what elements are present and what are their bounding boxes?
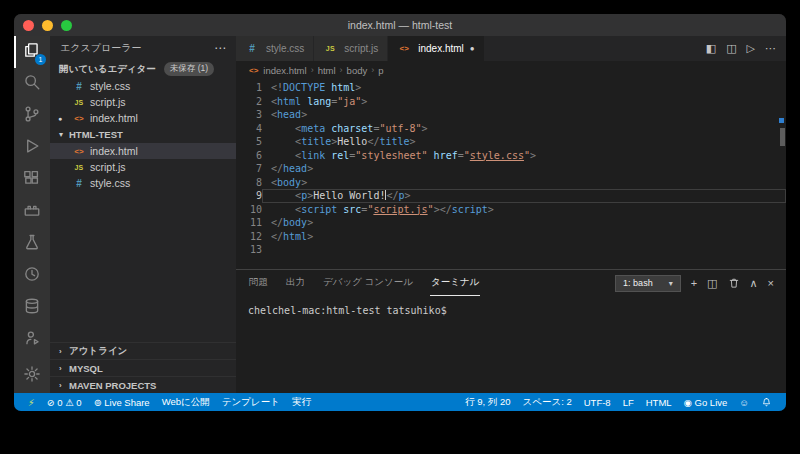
- more-actions-icon[interactable]: ⋯: [765, 42, 776, 55]
- status-eol[interactable]: LF: [617, 393, 640, 411]
- activity-badge: 1: [35, 54, 46, 65]
- activity-explorer-button[interactable]: 1: [14, 36, 50, 68]
- more-actions-icon[interactable]: ⋯: [214, 41, 226, 55]
- status-text: UTF-8: [584, 397, 611, 408]
- code-line-8[interactable]: 8<body>: [236, 176, 786, 190]
- split-terminal-icon[interactable]: ◫: [707, 277, 717, 290]
- line-content: <script src="script.js"></script>: [262, 203, 786, 217]
- activity-search-button[interactable]: [14, 68, 50, 100]
- zoom-window-button[interactable]: [61, 20, 72, 31]
- open-editors-header[interactable]: 開いているエディター 未保存 (1): [50, 60, 236, 78]
- code-line-2[interactable]: 2<html lang="ja">: [236, 95, 786, 109]
- status-indentation[interactable]: スペース: 2: [517, 393, 578, 411]
- line-number[interactable]: 4: [236, 122, 262, 136]
- open-editor-index.html[interactable]: ●<>index.html: [50, 110, 236, 126]
- code-line-13[interactable]: 13: [236, 243, 786, 257]
- activity-timeline-button[interactable]: [14, 260, 50, 292]
- status-feedback[interactable]: ☺: [733, 393, 755, 411]
- status-publish-web[interactable]: Webに公開: [156, 393, 216, 411]
- sidebar-empty-space: [50, 191, 236, 342]
- activity-run-debug-button[interactable]: [14, 132, 50, 164]
- line-number[interactable]: 2: [236, 95, 262, 109]
- code-line-9[interactable]: 9 <p>Hello World!</p>: [236, 189, 786, 203]
- run-file-icon[interactable]: ▷: [747, 42, 755, 55]
- code-line-10[interactable]: 10 <script src="script.js"></script>: [236, 203, 786, 217]
- tab-style.css[interactable]: #style.css: [236, 36, 314, 61]
- code-line-6[interactable]: 6 <link rel="stylesheet" href="style.css…: [236, 149, 786, 163]
- file-tree: <>index.htmlJSscript.js#style.css: [50, 143, 236, 191]
- activity-source-control-button[interactable]: [14, 100, 50, 132]
- titlebar[interactable]: index.html — html-test: [14, 14, 786, 36]
- tab-index.html[interactable]: <>index.html●: [388, 36, 484, 61]
- panel-tab-ターミナル[interactable]: ターミナル: [430, 270, 480, 296]
- status-encoding[interactable]: UTF-8: [578, 393, 617, 411]
- line-number[interactable]: 11: [236, 216, 262, 230]
- status-language-mode[interactable]: HTML: [640, 393, 678, 411]
- status-problems[interactable]: ⊘ 0 ⚠ 0: [41, 393, 88, 411]
- panel-tab-問題[interactable]: 問題: [248, 270, 269, 296]
- status-runner[interactable]: ⚡: [22, 393, 41, 411]
- line-number[interactable]: 8: [236, 176, 262, 190]
- debug-icon: [23, 137, 41, 159]
- status-go-live[interactable]: ◉ Go Live: [678, 393, 734, 411]
- panel-tab-出力[interactable]: 出力: [285, 270, 306, 296]
- code-line-12[interactable]: 12</html>: [236, 230, 786, 244]
- new-terminal-icon[interactable]: +: [691, 277, 697, 289]
- tree-item-script.js[interactable]: JSscript.js: [50, 159, 236, 175]
- minimize-window-button[interactable]: [42, 20, 53, 31]
- status-cursor-position[interactable]: 行 9, 列 20: [459, 393, 516, 411]
- line-number[interactable]: 5: [236, 135, 262, 149]
- status-notifications[interactable]: [755, 393, 778, 411]
- line-number[interactable]: 1: [236, 81, 262, 95]
- line-number[interactable]: 6: [236, 149, 262, 163]
- close-window-button[interactable]: [23, 20, 34, 31]
- tree-item-index.html[interactable]: <>index.html: [50, 143, 236, 159]
- panel-tab-デバッグ コンソール[interactable]: デバッグ コンソール: [322, 270, 414, 296]
- css-file-icon: #: [245, 43, 259, 54]
- activity-docker-button[interactable]: [14, 196, 50, 228]
- activity-settings-button[interactable]: [14, 359, 50, 393]
- close-panel-icon[interactable]: ×: [768, 277, 774, 289]
- open-preview-icon[interactable]: ◧: [706, 42, 716, 55]
- code-line-3[interactable]: 3<head>: [236, 108, 786, 122]
- activity-tests-button[interactable]: [14, 228, 50, 260]
- code-token: meta: [301, 123, 325, 134]
- breadcrumb-item[interactable]: index.html: [263, 65, 306, 76]
- bell-icon: [761, 397, 772, 408]
- activity-live-share-button[interactable]: [14, 324, 50, 356]
- terminal-output[interactable]: chelchel-mac:html-test tatsuhiko$: [236, 296, 786, 393]
- maximize-panel-icon[interactable]: ∧: [750, 277, 758, 290]
- section-MAVEN PROJECTS[interactable]: ›MAVEN PROJECTS: [50, 376, 236, 393]
- editor-scrollbar-thumb[interactable]: [780, 128, 785, 146]
- code-line-11[interactable]: 11</body>: [236, 216, 786, 230]
- line-number[interactable]: 10: [236, 203, 262, 217]
- workspace-section-header[interactable]: ▾ HTML-TEST: [50, 126, 236, 143]
- line-number[interactable]: 7: [236, 162, 262, 176]
- section-アウトライン[interactable]: ›アウトライン: [50, 342, 236, 359]
- code-editor[interactable]: 1<!DOCTYPE html>2<html lang="ja">3<head>…: [236, 79, 786, 269]
- line-number[interactable]: 13: [236, 243, 262, 257]
- tab-script.js[interactable]: JSscript.js: [314, 36, 388, 61]
- open-editor-script.js[interactable]: JSscript.js: [50, 94, 236, 110]
- tree-item-style.css[interactable]: #style.css: [50, 175, 236, 191]
- activity-extensions-button[interactable]: [14, 164, 50, 196]
- code-line-7[interactable]: 7</head>: [236, 162, 786, 176]
- terminal-shell-select[interactable]: 1: bash ▾: [615, 275, 681, 292]
- kill-terminal-icon[interactable]: [728, 277, 740, 289]
- status-template[interactable]: テンプレート: [216, 393, 286, 411]
- code-line-4[interactable]: 4 <meta charset="utf-8">: [236, 122, 786, 136]
- breadcrumb-item[interactable]: body: [347, 65, 368, 76]
- code-line-1[interactable]: 1<!DOCTYPE html>: [236, 81, 786, 95]
- breadcrumb-item[interactable]: html: [318, 65, 336, 76]
- status-run[interactable]: 実行: [286, 393, 317, 411]
- section-MYSQL[interactable]: ›MYSQL: [50, 359, 236, 376]
- activity-database-button[interactable]: [14, 292, 50, 324]
- open-editor-style.css[interactable]: #style.css: [50, 78, 236, 94]
- breadcrumb-item[interactable]: p: [378, 65, 383, 76]
- line-number[interactable]: 3: [236, 108, 262, 122]
- code-line-5[interactable]: 5 <title>Hello</title>: [236, 135, 786, 149]
- line-number[interactable]: 12: [236, 230, 262, 244]
- line-number[interactable]: 9: [236, 189, 262, 203]
- split-editor-icon[interactable]: ◫: [726, 42, 736, 55]
- status-live-share[interactable]: ⊚ Live Share: [88, 393, 156, 411]
